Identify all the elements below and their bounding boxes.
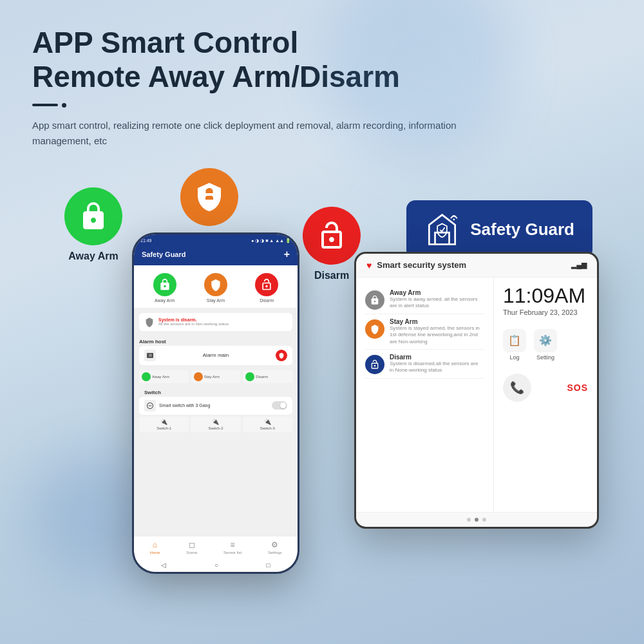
stay-arm-icon[interactable] [180, 168, 238, 226]
tablet-settings-btn[interactable]: ⚙️ Setting [534, 329, 557, 361]
icons-row: Away Arm Stay Arm Disarm [32, 168, 612, 522]
phone-stay-arm-btn[interactable]: Stay Arm [204, 273, 227, 303]
phone-switch-section: Switch Smart switch with 3 Gang [134, 386, 298, 435]
nav-scene[interactable]: ◻ Scene [186, 540, 197, 554]
phone-gesture-bar: ◁ ○ □ [134, 558, 298, 572]
phone-app-header: Safety Guard + [134, 245, 298, 265]
tablet-action-row: 📋 Log ⚙️ Setting [503, 329, 557, 361]
tablet-screen: ♥ Smart security system ▂▄▆ Away Arm [356, 254, 597, 527]
disarm-item[interactable]: Disarm [303, 207, 361, 281]
svg-point-0 [453, 218, 455, 220]
switch1[interactable]: 🔌 Switch-1 [139, 417, 189, 432]
safety-guard-item[interactable]: Safety Guard [406, 200, 592, 259]
phone-alarm-main[interactable]: Alarm main [139, 346, 292, 365]
disarm-label: Disarm [314, 270, 349, 281]
phone-screen: 11:49 ● ◑ ◑ ■ ▲ ▲▲ 🔋 Safety Guard + Away… [134, 234, 298, 572]
main-container: APP Smart Control Remote Away Arm/Disarm… [0, 0, 644, 644]
nav-settings[interactable]: ⚙ Settings [268, 540, 282, 554]
phone-alarm-section: Alarm host [134, 336, 298, 346]
safety-guard-button[interactable]: Safety Guard [406, 200, 592, 259]
tablet-sos-btn[interactable]: SOS [567, 382, 588, 393]
away-arm-icon[interactable] [64, 187, 122, 245]
tablet-title: Smart security system [377, 260, 466, 270]
phone-mini-disarm[interactable]: Disarm [243, 370, 292, 383]
tablet-time: 11:09AM [503, 285, 585, 306]
phone-away-arm-btn[interactable]: Away Arm [153, 273, 176, 303]
tablet-left: Away Arm System is away armed. all the s… [356, 278, 494, 512]
heart-icon: ♥ [366, 260, 372, 270]
away-arm-label: Away Arm [68, 251, 118, 262]
phone-mini-away[interactable]: Away Arm [139, 370, 189, 383]
phone-system-status: System is disarm. All the sensors are in… [139, 313, 292, 331]
toggle-switch[interactable] [272, 401, 287, 410]
tablet-date: Thur February 23, 2023 [503, 308, 578, 316]
nav-sensor[interactable]: ≡ Sensor list [223, 540, 242, 554]
tablet-bottom [356, 512, 597, 527]
tablet-call-btn[interactable]: 📞 [503, 374, 531, 402]
nav-home[interactable]: ⌂ Home [149, 540, 160, 554]
tablet-header: ♥ Smart security system ▂▄▆ [356, 254, 597, 278]
phone-mockup: 11:49 ● ◑ ◑ ■ ▲ ▲▲ 🔋 Safety Guard + Away… [132, 232, 299, 574]
switch-icon [144, 400, 156, 412]
tablet-signal: ▂▄▆ [571, 261, 587, 269]
decorator-line [32, 104, 58, 106]
alarm-alert-icon [276, 350, 287, 361]
phone-status-bar: 11:49 ● ◑ ◑ ■ ▲ ▲▲ 🔋 [134, 234, 298, 245]
tablet-stay-arm[interactable]: Stay Arm System is stayed armed. the sen… [365, 314, 484, 350]
tablet-right: 11:09AM Thur February 23, 2023 📋 Log ⚙️ … [494, 278, 597, 512]
switch3[interactable]: 🔌 Switch-3 [243, 417, 292, 432]
tablet-mockup: ♥ Smart security system ▂▄▆ Away Arm [354, 252, 599, 529]
title-decorator [32, 103, 612, 108]
away-arm-item[interactable]: Away Arm [64, 187, 122, 262]
phone-mini-stay[interactable]: Stay Arm [191, 370, 241, 383]
switch2[interactable]: 🔌 Switch-2 [191, 417, 240, 432]
tablet-content: Away Arm System is away armed. all the s… [356, 278, 597, 512]
tablet-log-btn[interactable]: 📋 Log [503, 329, 526, 361]
phone-bottom-nav: ⌂ Home ◻ Scene ≡ Sensor list ⚙ Settings [134, 536, 298, 558]
disarm-icon[interactable] [303, 207, 361, 265]
phone-disarm-btn[interactable]: Disarm [255, 273, 278, 303]
phone-arms-row: Away Arm Stay Arm Disarm [134, 265, 298, 308]
phone-alarm-mini-row: Away Arm Stay Arm Disarm [134, 368, 298, 386]
phone-switch-row[interactable]: Smart switch with 3 Gang [139, 397, 292, 415]
phone-switch-mini: 🔌 Switch-1 🔌 Switch-2 🔌 Switch-3 [139, 417, 292, 432]
tablet-away-arm[interactable]: Away Arm System is away armed. all the s… [365, 285, 484, 314]
decorator-dot [62, 103, 66, 108]
safety-guard-label: Safety Guard [470, 220, 574, 240]
header-section: APP Smart Control Remote Away Arm/Disarm… [32, 26, 612, 149]
stay-arm-item[interactable]: Stay Arm [180, 168, 238, 243]
tablet-disarm[interactable]: Disarm System is disarmed.all the sensor… [365, 350, 484, 379]
